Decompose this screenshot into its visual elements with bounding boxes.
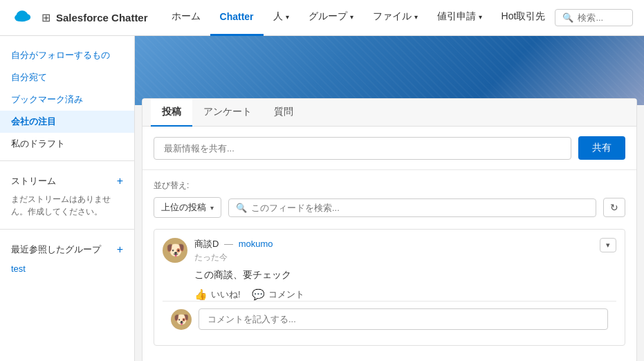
share-button[interactable]: 共有 — [578, 136, 625, 160]
post-author-block: 🐶 商談D — mokumo たった今 — [163, 238, 273, 263]
feed-search-input[interactable] — [251, 203, 589, 213]
sidebar-item-bookmarks[interactable]: ブックマーク済み — [0, 89, 134, 111]
add-group-icon[interactable]: + — [117, 243, 123, 256]
post-card: 🐶 商談D — mokumo たった今 — [154, 229, 625, 346]
sidebar-item-drafts[interactable]: 私のドラフト — [0, 133, 134, 155]
sidebar-item-following[interactable]: 自分がフォローするもの — [0, 44, 134, 66]
global-search-bar[interactable]: 🔍 — [555, 9, 633, 26]
comment-button[interactable]: 💬 コメント — [252, 288, 304, 301]
nav-groups[interactable]: グループ ▾ — [299, 0, 363, 36]
feed-controls: 上位の投稿 ▾ 🔍 ↻ — [154, 197, 625, 218]
avatar-image: 🐶 — [166, 241, 185, 259]
comment-avatar: 🐶 — [171, 309, 192, 330]
post-reactions: 👍 いいね! 💬 コメント — [163, 288, 616, 301]
author-name-line: 商談D — mokumo — [194, 238, 273, 250]
post-time: たった今 — [194, 252, 273, 263]
author-meta: 商談D — mokumo たった今 — [194, 238, 273, 263]
sidebar-recent-groups-section: 最近参照したグループ + — [0, 235, 134, 259]
nav-discount[interactable]: 値引申請 ▾ — [427, 0, 492, 36]
sidebar-streams-empty: まだストリームはありません。作成してください。 — [0, 190, 134, 223]
sidebar-item-company[interactable]: 会社の注目 — [0, 111, 134, 133]
nav-hot-accounts[interactable]: Hot取引先 — [492, 0, 555, 36]
app-title: Salesforce Chatter — [56, 12, 148, 24]
feed-search-icon: 🔍 — [236, 203, 247, 213]
comment-input-row: 🐶 — [163, 301, 616, 337]
sidebar-divider — [0, 160, 134, 161]
post-body: この商談、要チェック — [163, 269, 616, 281]
tab-bar: 投稿 アンケート 質問 — [142, 99, 636, 127]
comment-input[interactable] — [199, 308, 608, 330]
main-layout: 自分がフォローするもの 自分宛て ブックマーク済み 会社の注目 私のドラフト ス… — [0, 36, 644, 361]
nav-files[interactable]: ファイル ▾ — [363, 0, 427, 36]
avatar: 🐶 — [163, 238, 187, 263]
dropdown-arrow-icon: ▾ — [606, 241, 610, 249]
chevron-down-icon: ▾ — [479, 13, 482, 21]
top-navbar: ⊞ Salesforce Chatter ホーム Chatter 人 ▾ グルー… — [0, 0, 644, 36]
sort-dropdown[interactable]: 上位の投稿 ▾ — [154, 197, 221, 218]
grid-icon[interactable]: ⊞ — [42, 11, 50, 24]
sidebar-item-for-me[interactable]: 自分宛て — [0, 66, 134, 89]
comment-label: コメント — [268, 288, 304, 301]
refresh-button[interactable]: ↻ — [603, 198, 625, 217]
nav-people[interactable]: 人 ▾ — [264, 0, 299, 36]
search-icon: 🔍 — [562, 12, 573, 23]
nav-items: ホーム Chatter 人 ▾ グループ ▾ ファイル ▾ 値引申請 ▾ Hot… — [162, 0, 555, 36]
record-link[interactable]: 商談D — [194, 239, 219, 249]
sort-label: 並び替え: — [154, 180, 625, 192]
share-area: 共有 — [142, 127, 636, 170]
comment-avatar-image: 🐶 — [174, 312, 189, 327]
sidebar-item-recent-group[interactable]: test — [0, 259, 134, 279]
content-area: 投稿 アンケート 質問 共有 並び替え: 上位の — [135, 36, 644, 361]
sort-chevron-icon: ▾ — [210, 204, 214, 212]
add-stream-icon[interactable]: + — [117, 175, 123, 187]
feed-area: 並び替え: 上位の投稿 ▾ 🔍 ↻ — [142, 170, 636, 361]
share-input[interactable] — [154, 137, 571, 160]
hero-header — [135, 36, 644, 105]
user-link[interactable]: mokumo — [239, 239, 273, 249]
chevron-down-icon: ▾ — [286, 13, 289, 21]
tab-questions[interactable]: 質問 — [263, 99, 304, 127]
post-actions-button[interactable]: ▾ — [600, 238, 616, 252]
search-input[interactable] — [578, 12, 625, 23]
dash: — — [224, 239, 233, 249]
salesforce-logo[interactable] — [11, 6, 42, 30]
like-icon: 👍 — [194, 288, 208, 301]
post-header: 🐶 商談D — mokumo たった今 — [163, 238, 616, 263]
chatter-content-card: 投稿 アンケート 質問 共有 並び替え: 上位の — [142, 98, 637, 361]
tab-posts[interactable]: 投稿 — [151, 99, 192, 127]
like-label: いいね! — [211, 288, 241, 301]
sidebar-divider-2 — [0, 229, 134, 230]
chevron-down-icon: ▾ — [350, 13, 353, 21]
chevron-down-icon: ▾ — [414, 13, 418, 21]
sidebar: 自分がフォローするもの 自分宛て ブックマーク済み 会社の注目 私のドラフト ス… — [0, 36, 135, 361]
svg-point-3 — [16, 15, 28, 21]
like-button[interactable]: 👍 いいね! — [194, 288, 241, 301]
feed-search-bar[interactable]: 🔍 — [228, 198, 596, 217]
tab-polls[interactable]: アンケート — [192, 99, 263, 127]
sidebar-streams-section: ストリーム + — [0, 167, 134, 190]
nav-home[interactable]: ホーム — [162, 0, 210, 36]
comment-icon: 💬 — [252, 288, 265, 301]
nav-chatter[interactable]: Chatter — [210, 0, 264, 36]
